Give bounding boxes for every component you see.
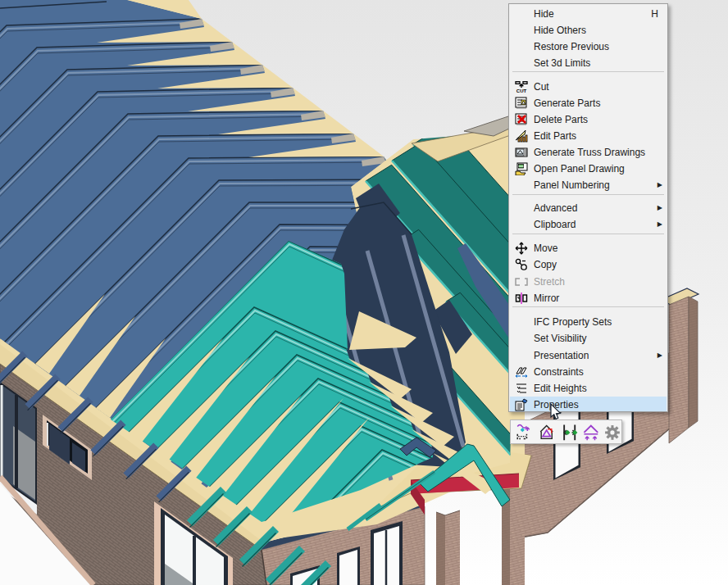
svg-text:CUT: CUT (516, 88, 527, 93)
